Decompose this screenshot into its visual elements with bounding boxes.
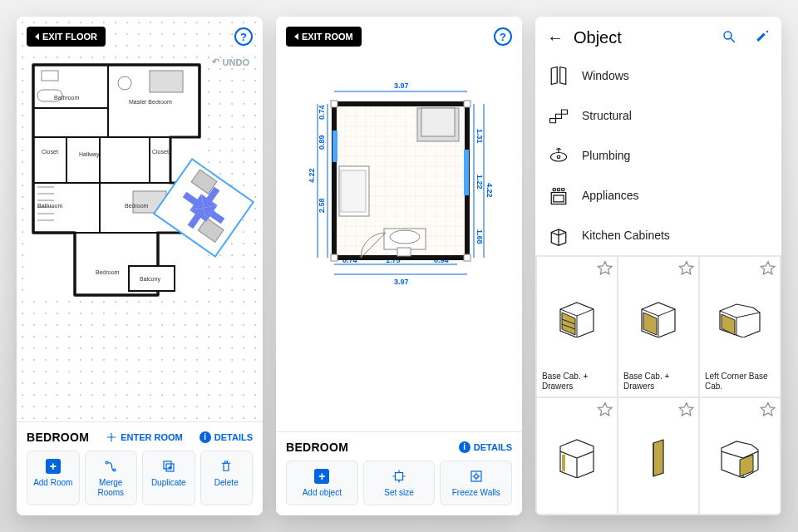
svg-line-106 xyxy=(731,38,735,42)
room-name-label: BEDROOM xyxy=(286,441,348,454)
svg-text:Bedroom: Bedroom xyxy=(96,269,120,275)
object-name: Base Cab. + Drawers xyxy=(623,372,693,392)
svg-text:3.97: 3.97 xyxy=(394,81,409,90)
object-grid: Base Cab. + Drawers Base Cab. + Drawers … xyxy=(535,255,781,515)
room-canvas[interactable]: 3.97 3.97 4.22 4.22 0.74 0.89 2.58 1.31 … xyxy=(276,17,522,431)
svg-text:Closet: Closet xyxy=(42,149,58,155)
add-object-button[interactable]: +Add object xyxy=(286,461,358,505)
info-icon: i xyxy=(200,431,211,443)
favorite-star-icon[interactable] xyxy=(760,401,776,418)
category-list: Windows Structural Plumbing Appliances K… xyxy=(535,56,781,255)
svg-point-100 xyxy=(474,475,478,479)
chevron-left-icon xyxy=(294,33,298,40)
object-browser-screen: ← Object Windows Structural Plumbing App… xyxy=(535,17,781,515)
svg-text:Bathroom: Bathroom xyxy=(37,203,63,209)
category-kitchen-cabinets[interactable]: Kitchen Cabinets xyxy=(547,215,770,255)
svg-text:3.97: 3.97 xyxy=(394,278,409,286)
svg-text:Bedroom: Bedroom xyxy=(125,203,149,209)
room-name-label: BEDROOM xyxy=(27,431,89,444)
svg-rect-83 xyxy=(341,170,366,212)
svg-text:2.58: 2.58 xyxy=(318,198,326,213)
merge-rooms-button[interactable]: Merge Rooms xyxy=(85,451,138,505)
object-card[interactable] xyxy=(537,398,617,515)
category-appliances[interactable]: Appliances xyxy=(547,175,770,215)
category-plumbing[interactable]: Plumbing xyxy=(547,135,770,175)
svg-text:0.89: 0.89 xyxy=(318,135,326,150)
svg-point-46 xyxy=(106,461,108,464)
svg-text:0.74: 0.74 xyxy=(318,105,326,120)
svg-text:Master Bedroom: Master Bedroom xyxy=(129,99,172,105)
svg-text:1.22: 1.22 xyxy=(475,175,484,190)
object-card[interactable]: Base Cab. + Drawers xyxy=(537,257,617,397)
svg-text:1.31: 1.31 xyxy=(475,129,484,144)
svg-rect-92 xyxy=(331,254,337,261)
room-bottom-panel: BEDROOM iDETAILS +Add object Set size Fr… xyxy=(276,431,522,515)
category-structural[interactable]: Structural xyxy=(547,96,770,135)
svg-rect-94 xyxy=(396,473,403,480)
object-card[interactable] xyxy=(700,398,780,515)
floor-canvas[interactable]: Bathroom Master Bedroom Closet Hallway C… xyxy=(17,17,263,421)
exit-room-button[interactable]: EXIT ROOM xyxy=(286,27,362,47)
chevron-left-icon xyxy=(35,33,39,40)
favorite-star-icon[interactable] xyxy=(760,260,776,277)
object-title: Object xyxy=(574,28,703,47)
freeze-walls-button[interactable]: Freeze Walls xyxy=(440,461,512,505)
svg-rect-91 xyxy=(464,101,470,107)
svg-text:Closet: Closet xyxy=(152,149,169,155)
search-icon[interactable] xyxy=(722,29,736,47)
room-editor-screen: EXIT ROOM ? ↶ UNDO 3.97 3.97 4.22 4.22 0… xyxy=(276,17,522,515)
floor-editor-screen: EXIT FLOOR ? ↶ UNDO xyxy=(17,17,263,515)
enter-room-link[interactable]: ENTER ROOM xyxy=(106,431,183,443)
svg-text:4.22: 4.22 xyxy=(308,168,316,183)
svg-point-107 xyxy=(550,153,566,162)
svg-text:4.22: 4.22 xyxy=(485,183,494,198)
svg-rect-86 xyxy=(397,248,411,256)
category-windows[interactable]: Windows xyxy=(547,56,770,96)
svg-rect-93 xyxy=(464,254,470,261)
svg-point-113 xyxy=(562,188,565,191)
object-name: Base Cab. + Drawers xyxy=(542,372,612,392)
details-link[interactable]: iDETAILS xyxy=(200,431,253,443)
help-icon[interactable]: ? xyxy=(494,27,512,46)
delete-button[interactable]: Delete xyxy=(200,451,254,505)
svg-text:Hallway: Hallway xyxy=(79,151,100,158)
exit-floor-button[interactable]: EXIT FLOOR xyxy=(27,27,106,47)
svg-rect-90 xyxy=(331,101,337,107)
favorite-star-icon[interactable] xyxy=(678,401,695,418)
set-size-button[interactable]: Set size xyxy=(363,461,436,505)
svg-rect-88 xyxy=(464,150,469,195)
svg-point-108 xyxy=(557,155,560,159)
svg-text:Bathroom: Bathroom xyxy=(54,95,80,101)
object-card[interactable]: Base Cab. + Drawers xyxy=(618,257,698,397)
svg-point-112 xyxy=(557,188,560,191)
svg-text:Balcony: Balcony xyxy=(140,276,160,283)
floor-bottom-panel: BEDROOM ENTER ROOM iDETAILS +Add Room Me… xyxy=(17,421,263,515)
svg-rect-110 xyxy=(554,195,564,202)
details-link[interactable]: iDETAILS xyxy=(459,441,512,453)
svg-point-105 xyxy=(724,32,732,39)
svg-rect-81 xyxy=(421,108,455,136)
svg-text:1.68: 1.68 xyxy=(475,229,484,244)
back-arrow-icon[interactable]: ← xyxy=(547,28,564,47)
object-card[interactable]: Left Corner Base Cab. xyxy=(700,257,780,397)
svg-point-111 xyxy=(553,188,556,191)
favorite-star-icon[interactable] xyxy=(597,401,613,418)
svg-point-41 xyxy=(111,436,112,438)
object-name: Left Corner Base Cab. xyxy=(705,372,775,392)
info-icon: i xyxy=(459,441,470,453)
svg-rect-89 xyxy=(332,131,337,162)
edit-icon[interactable] xyxy=(755,29,770,47)
duplicate-button[interactable]: Duplicate xyxy=(142,451,195,505)
favorite-star-icon[interactable] xyxy=(597,260,613,277)
add-room-button[interactable]: +Add Room xyxy=(27,451,80,505)
svg-rect-21 xyxy=(150,71,183,92)
favorite-star-icon[interactable] xyxy=(678,260,695,277)
help-icon[interactable]: ? xyxy=(234,27,253,46)
object-card[interactable] xyxy=(618,398,698,515)
